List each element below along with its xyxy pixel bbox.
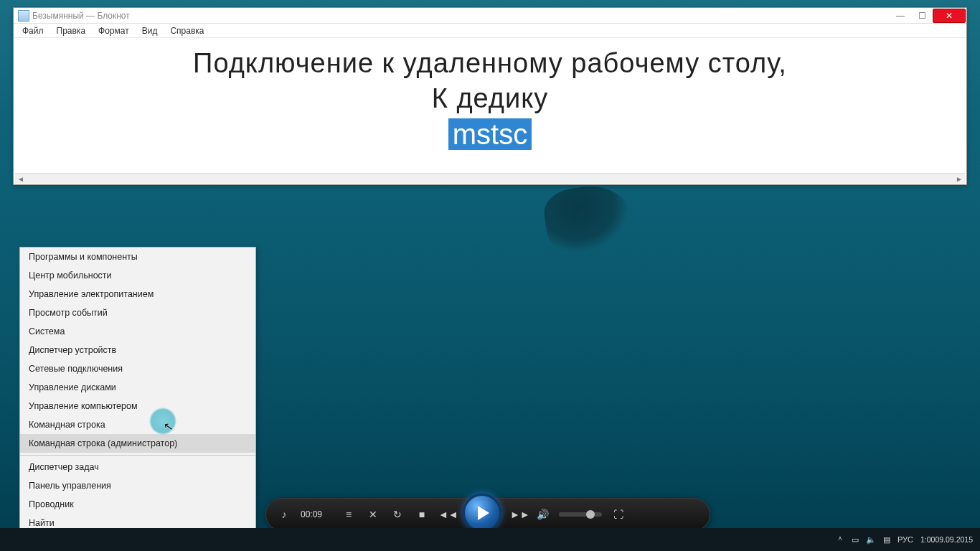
media-player-bar: ♪ 00:09 ≡ ✕ ↻ ■ ◄◄ ►► 🔊 ⛶ <box>265 498 710 531</box>
winx-item[interactable]: Управление компьютером <box>20 397 255 415</box>
titlebar[interactable]: Безымянный — Блокнот — ☐ ✕ <box>14 8 966 24</box>
volume-knob[interactable] <box>586 510 595 519</box>
menu-edit[interactable]: Правка <box>51 24 92 37</box>
window-title: Безымянный — Блокнот <box>32 11 130 21</box>
winx-item[interactable]: Программы и компоненты <box>20 248 255 266</box>
fullscreen-icon[interactable]: ⛶ <box>611 509 626 520</box>
winx-item[interactable]: Командная строка <box>20 415 255 434</box>
minimize-button[interactable]: — <box>890 9 911 23</box>
action-center-icon[interactable]: ▤ <box>883 535 890 545</box>
editor-line-1: Подключение к удаленному рабочему столу, <box>15 48 965 79</box>
menu-bar: Файл Правка Формат Вид Справка <box>14 24 966 38</box>
winx-item[interactable]: Управление дисками <box>20 378 255 397</box>
winx-item[interactable]: Панель управления <box>20 476 255 495</box>
editor-line-2: К дедику <box>15 83 965 114</box>
play-icon <box>478 506 489 520</box>
selected-text: mstsc <box>448 118 532 150</box>
tray-overflow-icon[interactable]: ＾ <box>836 534 844 546</box>
notepad-window: Безымянный — Блокнот — ☐ ✕ Файл Правка Ф… <box>13 7 967 185</box>
language-indicator[interactable]: РУС <box>897 535 913 544</box>
menu-view[interactable]: Вид <box>136 24 164 37</box>
network-icon[interactable]: ▭ <box>852 535 859 545</box>
winx-item[interactable]: Центр мобильности <box>20 266 255 285</box>
winx-item[interactable]: Система <box>20 322 255 341</box>
winx-item[interactable]: Командная строка (администратор) <box>20 434 255 453</box>
wallpaper-swimmer <box>541 181 635 257</box>
scroll-right-icon[interactable]: ► <box>953 174 965 184</box>
clock[interactable]: 1:00 09.09.2015 <box>920 535 973 544</box>
mute-icon[interactable]: 🔊 <box>534 509 550 520</box>
winx-item[interactable]: Диспетчер устройств <box>20 341 255 359</box>
text-editor[interactable]: Подключение к удаленному рабочему столу,… <box>15 39 965 173</box>
winx-item[interactable]: Диспетчер задач <box>20 458 255 476</box>
clock-date: 09.09.2015 <box>935 535 973 544</box>
shuffle-icon[interactable]: ✕ <box>365 509 381 520</box>
player-list-icon[interactable]: ≡ <box>341 509 357 520</box>
maximize-button[interactable]: ☐ <box>911 9 933 23</box>
menu-separator <box>20 455 255 456</box>
menu-format[interactable]: Формат <box>93 24 135 37</box>
winx-item[interactable]: Проводник <box>20 495 255 514</box>
editor-line-3: mstsc <box>15 118 965 151</box>
prev-track-icon[interactable]: ◄◄ <box>438 509 454 520</box>
volume-slider[interactable] <box>559 512 602 517</box>
menu-file[interactable]: Файл <box>17 24 50 37</box>
stop-icon[interactable]: ■ <box>414 509 430 520</box>
taskbar[interactable]: ＾ ▭ 🔈 ▤ РУС 1:00 09.09.2015 <box>0 528 980 551</box>
notepad-icon <box>18 10 29 22</box>
menu-help[interactable]: Справка <box>164 24 209 37</box>
play-button[interactable] <box>463 494 501 532</box>
repeat-icon[interactable]: ↻ <box>390 509 405 520</box>
close-button[interactable]: ✕ <box>933 9 966 23</box>
player-library-icon[interactable]: ♪ <box>276 509 292 520</box>
next-track-icon[interactable]: ►► <box>510 509 526 520</box>
winx-item[interactable]: Управление электропитанием <box>20 285 255 303</box>
winx-item[interactable]: Просмотр событий <box>20 303 255 322</box>
winx-item[interactable]: Сетевые подключения <box>20 359 255 378</box>
volume-icon[interactable]: 🔈 <box>866 535 876 545</box>
scroll-left-icon[interactable]: ◄ <box>15 174 27 184</box>
clock-time: 1:00 <box>920 535 935 544</box>
power-user-menu: Программы и компонентыЦентр мобильностиУ… <box>19 247 256 551</box>
system-tray: ＾ ▭ 🔈 ▤ РУС 1:00 09.09.2015 <box>829 534 980 546</box>
player-time: 00:09 <box>301 509 332 519</box>
horizontal-scrollbar[interactable]: ◄ ► <box>15 173 965 184</box>
